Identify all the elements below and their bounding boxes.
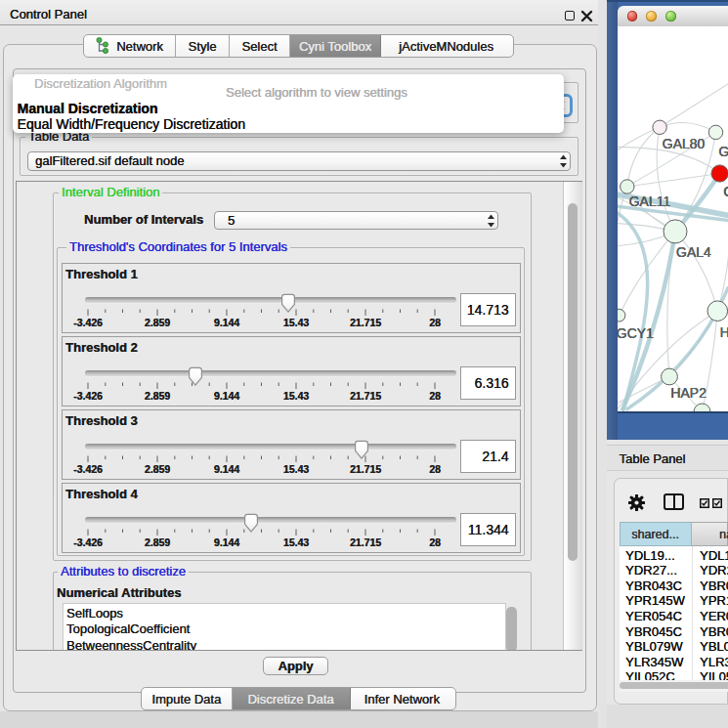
svg-text:GAL11: GAL11 <box>628 193 670 209</box>
svg-text:GAL80: GAL80 <box>662 136 705 151</box>
svg-text:GCY1: GCY1 <box>618 324 654 340</box>
svg-text:GAL4: GAL4 <box>675 243 710 259</box>
svg-text:HAP1: HAP1 <box>719 323 728 339</box>
svg-text:CDC1: CDC1 <box>723 184 728 199</box>
svg-text:GAL4: GAL4 <box>718 144 728 159</box>
svg-text:HAP2: HAP2 <box>670 385 707 401</box>
